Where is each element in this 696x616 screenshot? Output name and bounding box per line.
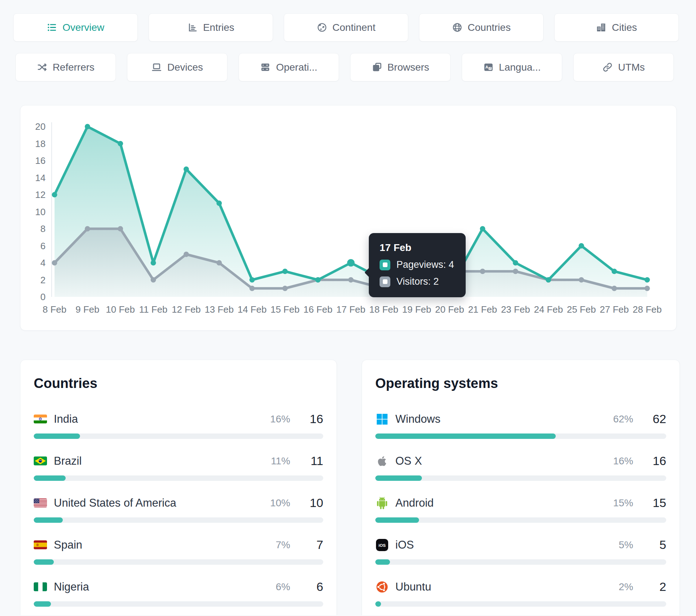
- stat-count: 6: [302, 580, 323, 594]
- tab-countries[interactable]: Countries: [419, 13, 544, 42]
- pageviews-point[interactable]: [480, 226, 485, 232]
- tooltip-series-value: Visitors: 2: [396, 276, 439, 287]
- y-axis-tick: 6: [41, 241, 46, 251]
- link-icon: [602, 62, 613, 72]
- visitors-point[interactable]: [348, 277, 354, 283]
- stat-row[interactable]: Android15%15: [375, 496, 666, 523]
- flag-spain: [34, 540, 47, 549]
- pageviews-point[interactable]: [513, 260, 518, 266]
- tab-entries[interactable]: Entries: [149, 13, 273, 42]
- pageviews-point[interactable]: [52, 192, 57, 198]
- pageviews-point[interactable]: [85, 124, 90, 129]
- windows-icon: [375, 413, 389, 425]
- visitors-point[interactable]: [249, 286, 255, 291]
- pageviews-visitors-chart[interactable]: 024681012141618208 Feb9 Feb10 Feb11 Feb1…: [20, 105, 677, 331]
- visitors-point[interactable]: [85, 226, 90, 232]
- stat-row[interactable]: Ubuntu2%2: [375, 580, 666, 607]
- stat-count: 62: [645, 412, 666, 426]
- tooltip-series-value: Pageviews: 4: [396, 259, 454, 270]
- tab-label: Continent: [333, 22, 376, 33]
- pageviews-point[interactable]: [645, 277, 650, 283]
- x-axis-tick: 28 Feb: [633, 304, 662, 315]
- pageviews-point[interactable]: [282, 269, 288, 274]
- stat-row[interactable]: Nigeria6%6: [34, 580, 323, 607]
- flag-nigeria: [34, 582, 47, 591]
- tab-label: Langua...: [499, 62, 541, 73]
- pageviews-point[interactable]: [184, 166, 189, 172]
- pageviews-point[interactable]: [118, 141, 123, 146]
- visitors-point[interactable]: [480, 269, 485, 274]
- stat-label: United States of America: [54, 497, 176, 510]
- tab-os[interactable]: Operati...: [239, 53, 339, 81]
- svg-text:Z: Z: [489, 67, 491, 70]
- stat-row[interactable]: India16%16: [34, 412, 323, 439]
- tab-cities[interactable]: Cities: [554, 13, 679, 42]
- apple-icon: [375, 455, 389, 468]
- stat-row[interactable]: Spain7%7: [34, 538, 323, 565]
- stat-percent: 2%: [601, 581, 633, 593]
- tab-referrers[interactable]: Referrers: [15, 53, 116, 81]
- x-axis-tick: 10 Feb: [106, 304, 135, 315]
- laptop-icon: [151, 62, 162, 72]
- stat-progress-track: [34, 517, 323, 523]
- x-axis-tick: 13 Feb: [204, 304, 234, 315]
- tab-utms[interactable]: UTMs: [573, 53, 674, 81]
- tab-devices[interactable]: Devices: [127, 53, 227, 81]
- stat-row[interactable]: OS X16%16: [375, 454, 666, 481]
- pageviews-point[interactable]: [151, 260, 156, 266]
- visitors-point[interactable]: [282, 286, 288, 291]
- tab-label: Overview: [62, 22, 104, 33]
- x-axis-tick: 16 Feb: [304, 304, 333, 315]
- visitors-point[interactable]: [118, 226, 123, 232]
- stat-progress-track: [34, 475, 323, 481]
- visitors-point[interactable]: [645, 286, 650, 291]
- pageviews-point[interactable]: [249, 277, 255, 283]
- visitors-point[interactable]: [513, 269, 518, 274]
- android-icon: [375, 497, 389, 509]
- stat-count: 10: [302, 496, 323, 510]
- y-axis-tick: 2: [41, 275, 46, 285]
- stat-label: Windows: [395, 413, 441, 426]
- stat-progress-fill: [34, 559, 54, 565]
- visitors-point[interactable]: [52, 260, 57, 266]
- pageviews-point[interactable]: [579, 243, 584, 248]
- list-icon: [47, 22, 57, 33]
- stat-row[interactable]: iOSiOS5%5: [375, 538, 666, 565]
- stat-row[interactable]: Windows62%62: [375, 412, 666, 439]
- stat-percent: 7%: [258, 539, 290, 551]
- stat-progress-fill: [375, 559, 390, 565]
- stat-progress-track: [375, 433, 666, 439]
- stat-progress-fill: [34, 601, 51, 607]
- pageviews-point[interactable]: [546, 277, 551, 283]
- visitors-point[interactable]: [184, 252, 189, 257]
- visitors-point[interactable]: [216, 260, 222, 266]
- countries-card: Countries India16%16Brazil11%11United St…: [20, 360, 337, 615]
- pageviews-point[interactable]: [347, 259, 355, 267]
- chart-tooltip: 17 Feb Pageviews: 4Visitors: 2: [369, 233, 466, 297]
- visitors-point[interactable]: [579, 277, 584, 283]
- ios-icon: iOS: [375, 539, 389, 551]
- stat-count: 16: [645, 454, 666, 468]
- y-axis-tick: 14: [35, 172, 46, 183]
- stat-label: Android: [395, 497, 434, 510]
- tab-continent[interactable]: Continent: [284, 13, 408, 42]
- tab-browsers[interactable]: Browsers: [350, 53, 451, 81]
- y-axis-tick: 10: [35, 207, 46, 217]
- stat-progress-fill: [34, 475, 66, 481]
- visitors-point[interactable]: [151, 277, 156, 283]
- visitors-point[interactable]: [612, 286, 617, 291]
- x-axis-tick: 11 Feb: [139, 304, 168, 315]
- stat-progress-fill: [375, 433, 556, 439]
- stat-row[interactable]: Brazil11%11: [34, 454, 323, 481]
- x-axis-tick: 20 Feb: [435, 304, 464, 315]
- shuffle-icon: [37, 62, 47, 72]
- stat-row[interactable]: United States of America10%10: [34, 496, 323, 523]
- x-axis-tick: 24 Feb: [534, 304, 563, 315]
- x-axis-tick: 18 Feb: [369, 304, 398, 315]
- pageviews-point[interactable]: [612, 269, 617, 274]
- x-axis-tick: 19 Feb: [402, 304, 431, 315]
- tab-overview[interactable]: Overview: [13, 13, 138, 42]
- pageviews-point[interactable]: [315, 277, 321, 283]
- pageviews-point[interactable]: [216, 200, 222, 206]
- tab-languages[interactable]: AZLangua...: [462, 53, 562, 81]
